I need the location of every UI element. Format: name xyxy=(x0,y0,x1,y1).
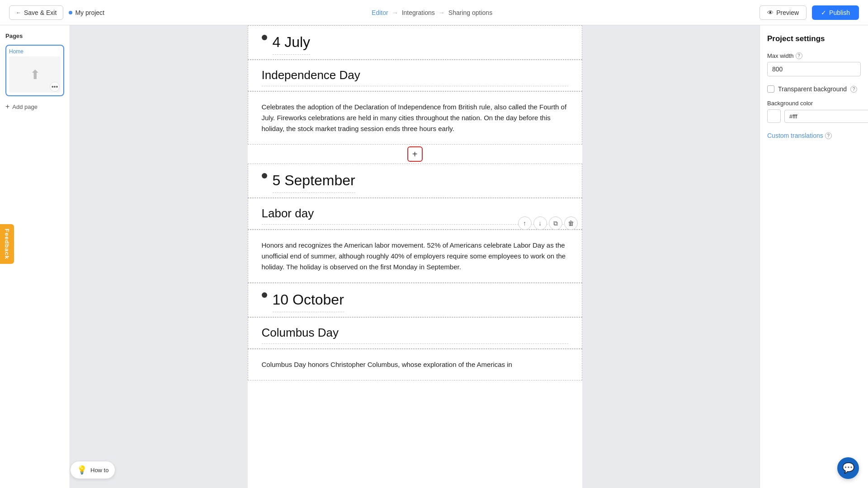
sidebar-right: Project settings Max width ? Transparent… xyxy=(760,25,868,488)
back-arrow-icon: ← xyxy=(16,9,21,16)
add-page-button[interactable]: + Add page xyxy=(5,101,64,113)
canvas-inner: 4 July Independence Day Celebrates the a… xyxy=(248,25,582,488)
section-october: 10 October Columbus Day Columbus Day hon… xyxy=(248,283,582,380)
section-october-title-block: Columbus Day xyxy=(248,317,582,349)
october-bullet-row: 10 October xyxy=(262,288,568,312)
feedback-tab-container: Feedback xyxy=(0,224,14,264)
september-date: 5 September xyxy=(273,169,355,193)
delete-button[interactable]: 🗑 xyxy=(564,216,578,230)
pages-title: Pages xyxy=(5,33,64,39)
october-title-inner: Columbus Day xyxy=(248,318,582,348)
september-desc-inner: Honors and recognizes the American labor… xyxy=(248,230,582,282)
section-july: 4 July Independence Day Celebrates the a… xyxy=(248,25,582,145)
july-date-inner: 4 July xyxy=(248,26,582,59)
max-width-input[interactable] xyxy=(767,62,861,76)
check-icon: ✓ xyxy=(821,9,826,16)
project-dot-icon xyxy=(69,11,72,14)
preview-label: Preview xyxy=(776,9,799,16)
integrations-tab[interactable]: Integrations xyxy=(402,9,435,16)
save-exit-button[interactable]: ← Save & Exit xyxy=(9,5,63,20)
color-swatch[interactable] xyxy=(767,109,781,123)
bg-color-label-text: Background color xyxy=(767,100,813,107)
editor-tab[interactable]: Editor xyxy=(372,9,388,16)
section-september: ↑ ↓ ⧉ 🗑 5 September Labor day xyxy=(248,164,582,283)
sharing-tab[interactable]: Sharing options xyxy=(448,9,492,16)
project-name: My project xyxy=(69,9,104,16)
october-date-inner: 10 October xyxy=(248,283,582,317)
october-desc: Columbus Day honors Christopher Columbus… xyxy=(262,354,568,375)
main-layout: Pages Home ⬆ ••• + Add page 4 July xyxy=(0,25,868,488)
july-title-inner: Independence Day xyxy=(248,60,582,91)
july-holiday-title: Independence Day xyxy=(262,65,568,86)
arrow-sep-1: → xyxy=(392,9,398,16)
july-bullet-row: 4 July xyxy=(262,30,568,55)
add-block-row: + xyxy=(248,145,582,164)
october-holiday-title: Columbus Day xyxy=(262,322,568,344)
september-bullet-row: 5 September xyxy=(262,169,568,193)
september-bullet xyxy=(262,173,267,178)
save-exit-label: Save & Exit xyxy=(24,9,57,16)
chat-button[interactable]: 💬 xyxy=(837,457,859,479)
lightbulb-icon: 💡 xyxy=(77,465,87,475)
publish-button[interactable]: ✓ Publish xyxy=(812,5,859,20)
home-thumb-icon: ⬆ xyxy=(30,67,40,82)
section-september-date-block: 5 September xyxy=(248,164,582,198)
canvas-area: 4 July Independence Day Celebrates the a… xyxy=(70,25,760,488)
duplicate-button[interactable]: ⧉ xyxy=(549,216,562,230)
top-nav: ← Save & Exit My project Editor → Integr… xyxy=(0,0,868,25)
block-actions: ↑ ↓ ⧉ 🗑 xyxy=(518,216,578,230)
how-to-button[interactable]: 💡 How to xyxy=(70,461,115,479)
september-date-inner: 5 September xyxy=(248,164,582,197)
home-page-card[interactable]: Home ⬆ ••• xyxy=(5,45,64,96)
chat-icon: 💬 xyxy=(842,462,854,474)
move-down-button[interactable]: ↓ xyxy=(533,216,547,230)
july-date: 4 July xyxy=(273,30,311,55)
transparent-bg-row: Transparent background ? xyxy=(767,85,861,93)
section-july-desc-block: Celebrates the adoption of the Declarati… xyxy=(248,91,582,145)
october-date: 10 October xyxy=(273,288,344,312)
bg-color-field-label: Background color xyxy=(767,100,861,107)
custom-translations-section: Custom translations ? xyxy=(767,132,861,139)
custom-translations-label: Custom translations xyxy=(767,132,823,139)
move-up-button[interactable]: ↑ xyxy=(518,216,532,230)
july-desc-inner: Celebrates the adoption of the Declarati… xyxy=(248,92,582,144)
october-bullet xyxy=(262,292,267,298)
max-width-field-label: Max width ? xyxy=(767,52,861,59)
custom-translations-link[interactable]: Custom translations ? xyxy=(767,132,861,139)
section-july-title-block: Independence Day xyxy=(248,60,582,91)
nav-center: Editor → Integrations → Sharing options xyxy=(372,9,492,16)
october-desc-inner: Columbus Day honors Christopher Columbus… xyxy=(248,349,582,380)
transparent-bg-checkbox[interactable] xyxy=(767,85,774,93)
eye-icon: 👁 xyxy=(767,9,774,16)
feedback-tab[interactable]: Feedback xyxy=(0,224,14,264)
add-page-plus-icon: + xyxy=(5,103,9,111)
preview-button[interactable]: 👁 Preview xyxy=(760,5,807,20)
nav-left: ← Save & Exit My project xyxy=(9,5,104,20)
transparent-bg-help-icon[interactable]: ? xyxy=(850,86,857,93)
section-july-date-block: 4 July xyxy=(248,25,582,60)
july-bullet xyxy=(262,35,267,40)
add-block-button[interactable]: + xyxy=(407,146,423,162)
max-width-help-icon[interactable]: ? xyxy=(796,52,802,59)
transparent-bg-label: Transparent background xyxy=(778,85,847,93)
publish-label: Publish xyxy=(829,9,850,16)
arrow-sep-2: → xyxy=(439,9,445,16)
home-page-label: Home xyxy=(9,48,61,55)
september-desc: Honors and recognizes the American labor… xyxy=(262,235,568,278)
max-width-label-text: Max width xyxy=(767,52,794,59)
nav-right: 👁 Preview ✓ Publish xyxy=(760,5,859,20)
page-card-menu[interactable]: ••• xyxy=(50,82,60,92)
july-desc: Celebrates the adoption of the Declarati… xyxy=(262,96,568,140)
bg-color-row xyxy=(767,109,861,123)
color-input[interactable] xyxy=(784,110,868,123)
how-to-label: How to xyxy=(90,467,108,474)
add-page-label: Add page xyxy=(12,103,38,110)
custom-translations-help-icon[interactable]: ? xyxy=(825,132,832,139)
section-october-date-block: 10 October xyxy=(248,283,582,317)
panel-title: Project settings xyxy=(767,34,861,43)
project-name-label: My project xyxy=(75,9,104,16)
section-september-desc-block: Honors and recognizes the American labor… xyxy=(248,230,582,283)
section-october-desc-block: Columbus Day honors Christopher Columbus… xyxy=(248,349,582,380)
